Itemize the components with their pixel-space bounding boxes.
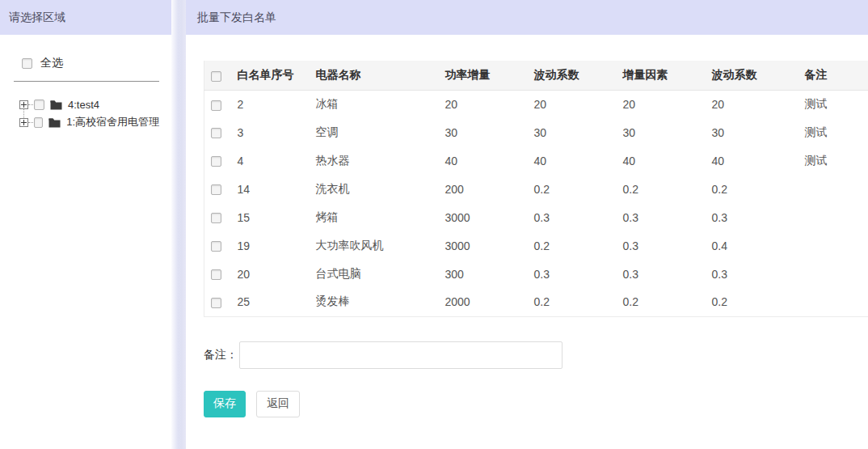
cell-remark	[798, 260, 868, 288]
tree-node-checkbox[interactable]	[34, 117, 43, 128]
tree-item[interactable]: 4:test4	[14, 95, 159, 113]
cell-whitelist-no: 25	[231, 288, 310, 316]
table-row: 20 台式电脑 300 0.3 0.3 0.3	[204, 260, 868, 288]
cell-remark	[798, 203, 868, 231]
cell-whitelist-no: 20	[231, 260, 310, 288]
table-body: 2 冰箱 20 20 20 20 测试 3 空调 30 30 30 30 测试 …	[204, 90, 868, 316]
row-checkbox[interactable]	[211, 128, 221, 138]
tree-node-label[interactable]: 1:高校宿舍用电管理	[66, 115, 159, 129]
row-checkbox[interactable]	[211, 298, 221, 308]
tree-node-checkbox[interactable]	[34, 100, 44, 110]
select-all-label: 全选	[40, 56, 63, 70]
cell-remark	[798, 175, 868, 203]
cell-increment-factor: 20	[617, 90, 706, 118]
cell-fluctuation-coeff2: 0.2	[706, 288, 798, 316]
cell-whitelist-no: 3	[231, 118, 310, 146]
column-header: 波动系数	[528, 61, 617, 90]
row-checkbox[interactable]	[211, 184, 221, 195]
cell-fluctuation-coeff: 0.3	[528, 203, 617, 231]
row-checkbox[interactable]	[211, 269, 221, 280]
cell-remark	[798, 288, 868, 316]
row-checkbox-cell	[204, 203, 231, 231]
row-checkbox[interactable]	[211, 100, 221, 111]
folder-icon	[48, 117, 61, 128]
column-header: 增量因素	[617, 61, 706, 90]
cell-remark	[798, 231, 868, 260]
table-row: 19 大功率吹风机 3000 0.2 0.3 0.4	[204, 231, 868, 260]
cell-appliance-name: 冰箱	[310, 90, 439, 118]
cell-power-increment: 2000	[439, 288, 528, 316]
cell-power-increment: 3000	[439, 231, 528, 260]
select-all-rows-checkbox[interactable]	[211, 71, 221, 82]
cell-remark: 测试	[798, 118, 868, 146]
cell-increment-factor: 0.3	[617, 203, 706, 231]
cell-power-increment: 40	[439, 146, 528, 175]
cell-whitelist-no: 15	[231, 203, 310, 231]
save-button[interactable]: 保存	[204, 391, 246, 417]
cell-power-increment: 30	[439, 118, 528, 146]
cell-fluctuation-coeff: 40	[528, 146, 617, 175]
tree-item[interactable]: 1:高校宿舍用电管理	[14, 113, 159, 131]
cell-fluctuation-coeff: 0.2	[528, 231, 617, 260]
row-checkbox-cell	[204, 288, 231, 316]
column-header: 备注	[798, 61, 868, 90]
column-header: 电器名称	[310, 61, 439, 90]
tree-connector	[28, 122, 33, 123]
cell-whitelist-no: 14	[231, 175, 310, 203]
region-sidebar: 请选择区域 全选 4:test4	[0, 0, 171, 449]
cell-whitelist-no: 2	[231, 90, 310, 118]
cell-increment-factor: 30	[617, 118, 706, 146]
cell-fluctuation-coeff2: 0.3	[706, 260, 798, 288]
cell-fluctuation-coeff: 20	[528, 90, 617, 118]
region-tree: 4:test4 1:高校宿舍用电管理	[14, 95, 159, 131]
row-checkbox-cell	[204, 90, 231, 118]
main-content: 白名单序号 电器名称 功率增量 波动系数 增量因素 波动系数 备注 2 冰箱 2…	[186, 35, 868, 417]
row-checkbox[interactable]	[211, 156, 221, 167]
panel-gap	[171, 0, 186, 449]
cell-whitelist-no: 4	[231, 146, 310, 175]
expand-plus-icon[interactable]	[19, 118, 28, 127]
cell-fluctuation-coeff2: 20	[706, 90, 798, 118]
cell-appliance-name: 烤箱	[310, 203, 439, 231]
cell-increment-factor: 0.3	[617, 231, 706, 260]
table-row: 14 洗衣机 200 0.2 0.2 0.2	[204, 175, 868, 203]
cell-power-increment: 300	[439, 260, 528, 288]
table-row: 4 热水器 40 40 40 40 测试	[204, 146, 868, 175]
remark-row: 备注：	[204, 341, 868, 369]
row-checkbox-cell	[204, 146, 231, 175]
cell-fluctuation-coeff2: 0.2	[706, 175, 798, 203]
expand-plus-icon[interactable]	[19, 100, 28, 109]
cell-increment-factor: 0.2	[617, 175, 706, 203]
main-panel: 批量下发白名单 白名单序号 电器名称 功率增量 波动系	[186, 0, 868, 449]
cell-power-increment: 200	[439, 175, 528, 203]
cell-appliance-name: 热水器	[310, 146, 439, 175]
row-checkbox[interactable]	[211, 241, 221, 252]
cell-power-increment: 20	[439, 90, 528, 118]
table-row: 25 烫发棒 2000 0.2 0.2 0.2	[204, 288, 868, 316]
page-title: 批量下发白名单	[186, 0, 868, 35]
table-row: 2 冰箱 20 20 20 20 测试	[204, 90, 868, 118]
app-window: 请选择区域 全选 4:test4	[0, 0, 868, 449]
row-checkbox-cell	[204, 231, 231, 260]
column-header: 波动系数	[706, 61, 798, 90]
cell-appliance-name: 大功率吹风机	[310, 231, 439, 260]
row-checkbox[interactable]	[211, 213, 221, 223]
sidebar-divider	[14, 81, 159, 82]
column-header: 白名单序号	[231, 61, 310, 90]
button-row: 保存 返回	[204, 391, 868, 417]
cell-increment-factor: 0.3	[617, 260, 706, 288]
cell-whitelist-no: 19	[231, 231, 310, 260]
cell-fluctuation-coeff2: 0.4	[706, 231, 798, 260]
back-button[interactable]: 返回	[256, 391, 300, 417]
cell-fluctuation-coeff2: 30	[706, 118, 798, 146]
cell-fluctuation-coeff2: 0.3	[706, 203, 798, 231]
table-header-row: 白名单序号 电器名称 功率增量 波动系数 增量因素 波动系数 备注	[204, 61, 868, 90]
cell-appliance-name: 烫发棒	[310, 288, 439, 316]
whitelist-table: 白名单序号 电器名称 功率增量 波动系数 增量因素 波动系数 备注 2 冰箱 2…	[204, 61, 868, 317]
cell-appliance-name: 空调	[310, 118, 439, 146]
cell-fluctuation-coeff2: 40	[706, 146, 798, 175]
tree-node-label[interactable]: 4:test4	[68, 99, 99, 111]
tree-connector	[28, 104, 33, 105]
select-all-checkbox[interactable]	[22, 58, 32, 69]
remark-input[interactable]	[239, 341, 563, 369]
